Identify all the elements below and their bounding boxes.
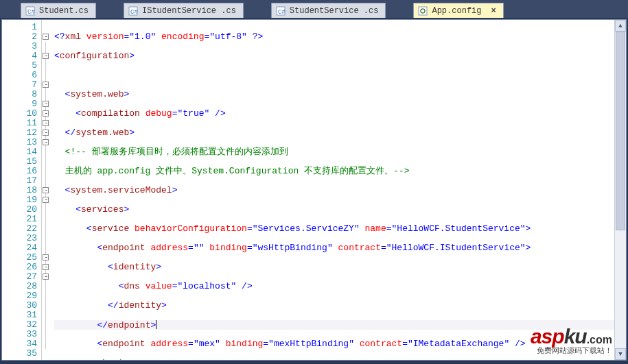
line-number: 35 xyxy=(2,349,40,359)
fold-toggle-icon[interactable] xyxy=(43,274,49,280)
csharp-file-icon: C# xyxy=(128,6,138,16)
line-number: 3 xyxy=(2,42,40,51)
line-number: 11 xyxy=(2,119,40,128)
tab-appconfig[interactable]: App.config × xyxy=(413,3,503,18)
line-number: 17 xyxy=(2,176,40,186)
fold-toggle-icon[interactable] xyxy=(43,101,49,107)
scroll-down-button[interactable]: ▼ xyxy=(615,348,626,360)
line-number: 13 xyxy=(2,138,40,147)
fold-toggle-icon[interactable] xyxy=(43,130,49,136)
line-number: 34 xyxy=(2,339,40,349)
tab-student[interactable]: C# Student.cs xyxy=(21,3,96,18)
tab-label: Student.cs xyxy=(39,6,89,16)
line-number: 23 xyxy=(2,234,40,243)
line-number: 33 xyxy=(2,330,40,339)
line-number: 20 xyxy=(2,205,40,215)
fold-toggle-icon[interactable] xyxy=(43,139,49,145)
svg-rect-6 xyxy=(419,7,427,15)
fold-toggle-icon[interactable] xyxy=(43,120,49,126)
line-number: 26 xyxy=(2,263,40,272)
line-number: 32 xyxy=(2,320,40,330)
csharp-file-icon: C# xyxy=(276,6,286,16)
fold-toggle-icon[interactable] xyxy=(43,110,49,117)
line-number: 19 xyxy=(2,195,40,205)
fold-toggle-icon[interactable] xyxy=(43,187,49,193)
tab-label: IStudentService .cs xyxy=(142,6,236,16)
tab-studentservice[interactable]: C# StudentService .cs xyxy=(271,3,386,18)
line-number: 1 xyxy=(2,23,40,32)
line-number: 9 xyxy=(2,99,40,109)
text-cursor xyxy=(156,320,156,329)
svg-text:C#: C# xyxy=(278,9,286,16)
line-number: 8 xyxy=(2,90,40,99)
line-number: 27 xyxy=(2,272,40,282)
fold-toggle-icon[interactable] xyxy=(43,197,49,203)
fold-toggle-icon[interactable] xyxy=(43,82,49,88)
line-number: 30 xyxy=(2,301,40,311)
fold-toggle-icon[interactable] xyxy=(43,53,49,59)
close-icon[interactable]: × xyxy=(491,6,496,16)
line-number-gutter: 1 2 3 4 5 6 7 8 9 10 11 12 13 14 15 16 1… xyxy=(2,20,42,360)
svg-text:C#: C# xyxy=(27,9,35,16)
line-number: 25 xyxy=(2,253,40,263)
tab-label: App.config xyxy=(432,6,481,16)
tab-istudentservice[interactable]: C# IStudentService .cs xyxy=(124,3,244,18)
fold-gutter xyxy=(42,20,51,360)
vertical-scrollbar[interactable]: ▲ ▼ xyxy=(614,20,626,360)
config-file-icon xyxy=(418,6,428,16)
scroll-thumb[interactable] xyxy=(616,32,625,230)
line-number: 31 xyxy=(2,311,40,320)
line-number: 15 xyxy=(2,157,40,167)
tab-bar: C# Student.cs C# IStudentService .cs C# … xyxy=(0,0,628,18)
editor: 1 2 3 4 5 6 7 8 9 10 11 12 13 14 15 16 1… xyxy=(1,19,627,361)
code-area[interactable]: <?xml version="1.0" encoding="utf-8" ?> … xyxy=(51,20,614,360)
line-number: 21 xyxy=(2,215,40,224)
line-number: 10 xyxy=(2,109,40,119)
svg-text:C#: C# xyxy=(130,9,138,16)
line-number: 24 xyxy=(2,243,40,253)
line-number: 6 xyxy=(2,71,40,80)
line-number: 18 xyxy=(2,186,40,195)
tab-label: StudentService .cs xyxy=(290,6,379,16)
fold-toggle-icon[interactable] xyxy=(43,264,49,270)
line-number: 12 xyxy=(2,128,40,138)
line-number: 16 xyxy=(2,167,40,176)
line-number: 14 xyxy=(2,147,40,157)
scroll-up-button[interactable]: ▲ xyxy=(615,20,626,32)
line-number: 29 xyxy=(2,291,40,301)
line-number: 22 xyxy=(2,224,40,234)
fold-toggle-icon[interactable] xyxy=(43,254,49,260)
line-number: 28 xyxy=(2,282,40,291)
line-number: 7 xyxy=(2,80,40,90)
line-number: 4 xyxy=(2,51,40,61)
fold-toggle-icon[interactable] xyxy=(43,34,49,40)
line-number: 5 xyxy=(2,61,40,71)
csharp-file-icon: C# xyxy=(25,6,35,16)
line-number: 2 xyxy=(2,32,40,42)
